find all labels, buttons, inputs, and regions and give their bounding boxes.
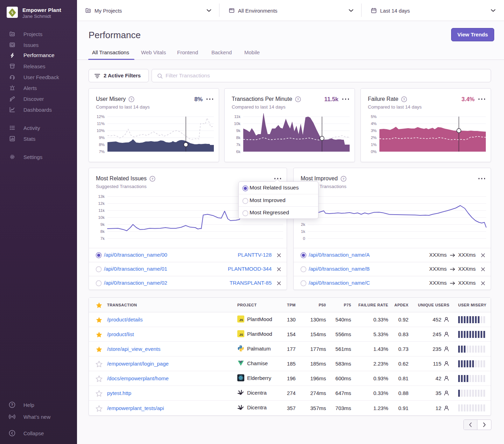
svg-text:12k: 12k [98,201,105,206]
svg-text:6k: 6k [236,150,240,154]
svg-text:9k: 9k [236,129,240,133]
svg-text:8k: 8k [100,229,105,234]
svg-text:?: ? [11,403,13,407]
svg-text:?: ? [342,177,344,181]
svg-text:5%: 5% [371,115,377,119]
svg-text:2k: 2k [301,222,305,227]
svg-text:3%: 3% [371,129,377,133]
svg-text:4%: 4% [371,122,377,126]
svg-text:1k: 1k [301,229,305,234]
svg-text:0: 0 [303,236,305,241]
svg-text:JS: JS [239,333,243,337]
svg-text:?: ? [131,97,133,101]
svg-text:8k: 8k [236,136,240,140]
svg-text:?: ? [403,97,405,101]
svg-text:0%: 0% [371,150,377,154]
svg-text:7%: 7% [99,150,105,154]
svg-text:11%: 11% [97,122,105,126]
svg-text:8%: 8% [99,143,105,147]
svg-text:7k: 7k [236,143,240,147]
svg-text:12%: 12% [97,115,105,119]
svg-text:9k: 9k [100,222,105,227]
svg-text:1%: 1% [371,143,377,147]
svg-text:?: ? [152,177,154,181]
svg-text:11k: 11k [98,208,105,213]
svg-text:JS: JS [239,318,243,322]
svg-text:?: ? [297,97,299,101]
svg-text:9%: 9% [99,136,105,140]
svg-text:11k: 11k [234,115,240,119]
svg-text:2%: 2% [371,136,377,140]
svg-text:10k: 10k [234,122,240,126]
svg-text:7k: 7k [100,236,105,241]
svg-text:10k: 10k [98,215,105,220]
svg-text:13k: 13k [98,194,105,199]
svg-text:10%: 10% [97,129,105,133]
